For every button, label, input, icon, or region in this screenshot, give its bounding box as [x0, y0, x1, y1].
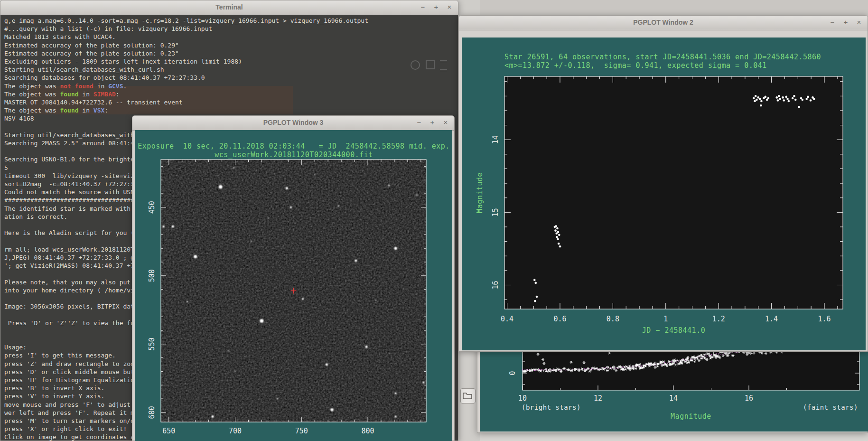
terminal-line: The object was found in VSX:: [4, 106, 458, 114]
x-tick-label: 650: [162, 427, 175, 435]
x-tick-label: 0.4: [501, 315, 513, 323]
data-point: [778, 95, 780, 97]
faint-stars-caption: (faint stars): [803, 403, 858, 411]
maximize-button[interactable]: +: [428, 118, 437, 127]
star: [290, 206, 292, 208]
terminal-line: Searching databases for object 08:41:40.…: [4, 74, 458, 82]
close-button[interactable]: ×: [854, 18, 864, 27]
data-point: [786, 98, 789, 100]
data-point: [559, 245, 561, 248]
x-tick-label: 0.8: [607, 315, 619, 323]
data-point: [534, 282, 537, 284]
data-point: [557, 231, 560, 233]
data-point: [777, 99, 779, 102]
star: [395, 416, 397, 418]
star: [194, 255, 197, 258]
plot-background: [523, 350, 859, 390]
data-point: [783, 99, 785, 102]
pgplot-window-2: PGPLOT Window 2 − + × Star 26591, 64 obs…: [458, 15, 868, 352]
star-marker: [518, 368, 521, 371]
star: [251, 241, 252, 242]
pgplot3-canvas: Exposure 10 sec, 20.11.2018 02:03:44 = J…: [135, 130, 452, 441]
pgplot2-titlebar[interactable]: PGPLOT Window 2 − + ×: [459, 16, 868, 30]
x-tick-label: 750: [295, 427, 308, 435]
pgplot-window-3: PGPLOT Window 3 − + × Exposure 10 sec, 2…: [132, 115, 455, 441]
taskbar-folder-button[interactable]: [460, 388, 476, 403]
pgplot2-title: PGPLOT Window 2: [459, 19, 868, 26]
star: [395, 393, 397, 394]
data-point: [557, 238, 559, 241]
y-tick-label: 500: [148, 269, 156, 282]
pgplot1-canvas: 101214160 (bright stars) (faint stars) M…: [480, 350, 868, 432]
terminal-line: Estimated accuracy of the plate solution…: [4, 49, 458, 57]
star: [286, 187, 288, 189]
terminal-titlebar[interactable]: Terminal − + ×: [0, 0, 458, 15]
data-point: [554, 229, 557, 232]
star-marker: [497, 371, 500, 373]
lightcurve-xlabel: JD − 2458441.0: [504, 326, 843, 335]
star-marker: [496, 370, 499, 372]
x-tick-label: 0.6: [553, 315, 566, 323]
data-point: [754, 100, 756, 103]
data-point: [558, 243, 560, 245]
terminal-line: Matched 1813 stars with UCAC4.: [4, 33, 458, 41]
x-tick-label: 1.6: [818, 315, 831, 323]
data-point: [807, 96, 809, 98]
maximize-button[interactable]: +: [431, 2, 441, 12]
x-tick-label: 14: [669, 394, 678, 403]
star: [172, 225, 174, 228]
lightcurve-ylabel: Magnitude: [476, 145, 484, 240]
minimize-button[interactable]: −: [418, 2, 428, 12]
minimize-button[interactable]: −: [828, 18, 837, 27]
close-button[interactable]: ×: [445, 2, 454, 12]
x-tick-label: 1.4: [765, 315, 778, 323]
bright-stars-caption: (bright stars): [522, 403, 581, 411]
minimize-button[interactable]: −: [414, 118, 424, 127]
y-tick-label: 450: [148, 201, 156, 214]
star: [162, 225, 164, 227]
maximize-button[interactable]: +: [841, 18, 850, 27]
terminal-line: g,e_imag a.mag=6.0..14.0 -sort=a.mag -c.…: [4, 17, 458, 25]
close-button[interactable]: ×: [441, 118, 450, 127]
terminal-line: The object was found in SIMBAD:: [4, 90, 458, 98]
star: [331, 408, 334, 411]
star: [212, 415, 214, 418]
star-marker: [498, 369, 501, 372]
plot-frame: [504, 76, 843, 309]
star: [277, 398, 279, 400]
pgplot2-canvas: Star 26591, 64 observations, start JD=24…: [462, 38, 866, 350]
star-marker: [513, 369, 516, 371]
data-point: [536, 296, 538, 298]
data-point: [756, 99, 758, 101]
star: [314, 174, 315, 175]
data-point: [785, 96, 787, 98]
data-point: [792, 97, 794, 100]
star-marker: [488, 371, 491, 373]
star-marker: [516, 370, 519, 372]
star-marker: [509, 368, 512, 371]
data-point: [767, 97, 770, 100]
x-tick-label: 1: [663, 315, 668, 323]
star: [233, 167, 234, 169]
calibration-xlabel: Magnitude: [523, 412, 859, 421]
y-tick-label: 600: [148, 406, 156, 419]
y-tick-label: 0: [508, 371, 517, 375]
y-tick-label: 550: [148, 338, 156, 350]
terminal-title: Terminal: [0, 3, 458, 11]
star: [365, 346, 368, 348]
star-marker: [480, 369, 480, 371]
pgplot3-titlebar[interactable]: PGPLOT Window 3 − + ×: [132, 116, 454, 131]
data-point: [798, 106, 800, 108]
star-marker: [514, 368, 517, 371]
data-point: [556, 236, 558, 238]
star: [326, 364, 328, 366]
data-point: [755, 95, 757, 97]
data-point: [793, 95, 795, 97]
star: [338, 206, 339, 207]
data-point: [759, 98, 761, 100]
star-marker: [505, 368, 508, 371]
data-point: [794, 99, 797, 101]
starfield-image[interactable]: 650700750800450500550600: [135, 130, 452, 441]
star-marker: [490, 369, 493, 371]
star: [219, 185, 223, 189]
